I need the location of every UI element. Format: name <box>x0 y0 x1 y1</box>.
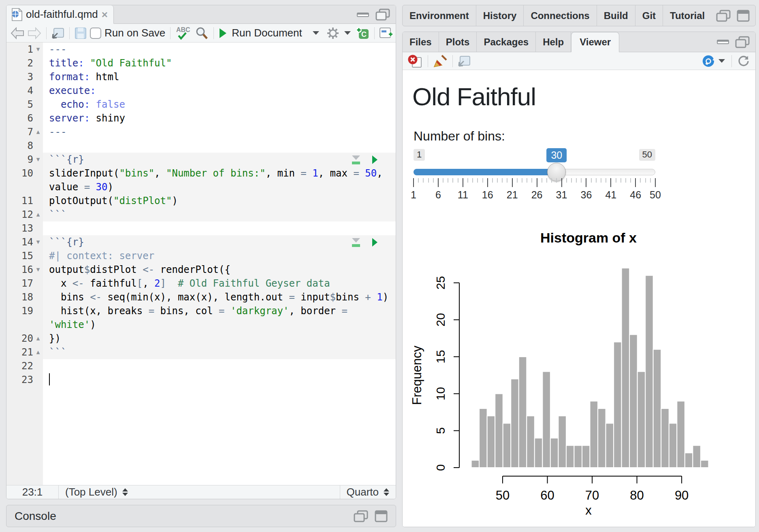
console-pane[interactable]: Console <box>6 505 396 527</box>
editor-row[interactable]: 13 <box>6 221 396 235</box>
code-line[interactable] <box>43 359 396 373</box>
tab-connections[interactable]: Connections <box>524 5 597 26</box>
code-line[interactable]: ``` <box>43 345 396 359</box>
console-restore-icon[interactable] <box>354 510 368 522</box>
fold-down-icon[interactable]: ▾ <box>33 43 43 56</box>
find-icon[interactable] <box>193 26 210 40</box>
editor-row[interactable]: 11plotOutput("distPlot") <box>6 194 396 208</box>
tab-help[interactable]: Help <box>536 32 571 52</box>
code-line[interactable]: x <- faithful[, 2] # Old Faithful Geyser… <box>43 277 396 290</box>
code-line[interactable]: server: shiny <box>43 111 396 125</box>
tab-packages[interactable]: Packages <box>477 32 536 52</box>
code-line[interactable]: --- <box>43 125 396 139</box>
editor-row[interactable]: 2title: "Old Faithful" <box>6 56 396 70</box>
editor-row[interactable]: 10sliderInput("bins", "Number of bins:",… <box>6 166 396 180</box>
editor-row[interactable]: 16▾output$distPlot <- renderPlot({ <box>6 263 396 277</box>
run-chunks-above-icon[interactable] <box>352 238 360 247</box>
fold-down-icon[interactable]: ▾ <box>33 263 43 277</box>
tab-viewer[interactable]: Viewer <box>571 32 619 52</box>
tab-history[interactable]: History <box>476 5 524 26</box>
viewer-maximize-icon[interactable] <box>735 36 750 48</box>
code-line[interactable]: ```{r} <box>43 235 396 249</box>
run-document-button[interactable]: Run Document <box>217 27 303 39</box>
forward-button[interactable] <box>26 27 43 39</box>
editor-row[interactable]: 1▾--- <box>6 43 396 56</box>
code-line[interactable]: hist(x, breaks = bins, col = 'darkgray',… <box>43 304 396 318</box>
code-line[interactable]: 'white') <box>43 318 396 332</box>
code-line[interactable] <box>43 221 396 235</box>
back-button[interactable] <box>9 27 26 39</box>
clear-viewer-broom-icon[interactable] <box>431 54 449 68</box>
env-maximize-icon[interactable] <box>737 10 750 22</box>
editor-row[interactable]: 22 <box>6 359 396 373</box>
fold-up-icon[interactable]: ▴ <box>33 332 43 345</box>
refresh-icon[interactable] <box>735 54 752 68</box>
code-line[interactable]: bins <- seq(min(x), max(x), length.out =… <box>43 290 396 304</box>
publish-icon[interactable] <box>700 54 717 68</box>
publish-caret-icon[interactable] <box>718 59 725 63</box>
maximize-pane-icon[interactable] <box>375 9 390 21</box>
code-line[interactable]: ```{r} <box>43 153 396 166</box>
fold-up-icon[interactable]: ▴ <box>33 208 43 221</box>
code-line[interactable]: --- <box>43 43 396 56</box>
editor-row[interactable]: 18 bins <- seq(min(x), max(x), length.ou… <box>6 290 396 304</box>
code-line[interactable]: ``` <box>43 208 396 221</box>
run-chunks-above-icon[interactable] <box>352 155 360 164</box>
run-chunk-icon[interactable] <box>372 155 378 164</box>
editor-row[interactable]: 4execute: <box>6 84 396 98</box>
editor-row[interactable]: 15#| context: server <box>6 249 396 263</box>
editor-row[interactable]: 5 echo: false <box>6 98 396 111</box>
tab-git[interactable]: Git <box>635 5 663 26</box>
fold-up-icon[interactable]: ▴ <box>33 345 43 359</box>
code-line[interactable] <box>43 373 396 387</box>
editor-row[interactable]: 14▾```{r} <box>6 235 396 249</box>
editor-row[interactable]: 20▴}) <box>6 332 396 345</box>
save-icon[interactable] <box>73 27 88 39</box>
code-editor[interactable]: 1▾---2title: "Old Faithful"3format: html… <box>6 43 396 485</box>
editor-row[interactable]: 8 <box>6 139 396 153</box>
minimize-pane-icon[interactable] <box>357 13 369 17</box>
editor-row[interactable]: 12▴``` <box>6 208 396 221</box>
code-line[interactable]: title: "Old Faithful" <box>43 56 396 70</box>
tab-environment[interactable]: Environment <box>403 5 476 26</box>
code-line[interactable] <box>43 139 396 153</box>
run-chunk-icon[interactable] <box>372 238 378 247</box>
viewer-popout-icon[interactable] <box>456 55 472 67</box>
code-line[interactable]: sliderInput("bins", "Number of bins:", m… <box>43 166 396 180</box>
viewer-minimize-icon[interactable] <box>717 40 729 44</box>
editor-row[interactable]: 'white') <box>6 318 396 332</box>
code-line[interactable]: value = 30) <box>43 180 396 194</box>
scope-selector[interactable]: (Top Level) <box>59 485 134 499</box>
open-new-window-icon[interactable] <box>50 27 66 39</box>
bins-slider[interactable]: 1 50 30 16111621263136414650 <box>414 147 655 204</box>
code-line[interactable]: echo: false <box>43 98 396 111</box>
editor-row[interactable]: value = 30) <box>6 180 396 194</box>
fold-down-icon[interactable]: ▾ <box>33 153 43 166</box>
tab-old-faithful-qmd[interactable]: old-faithful.qmd × <box>6 5 114 24</box>
editor-row[interactable]: 6server: shiny <box>6 111 396 125</box>
stop-app-icon[interactable] <box>406 54 424 68</box>
code-line[interactable]: execute: <box>43 84 396 98</box>
settings-gear-icon[interactable] <box>325 27 341 40</box>
insert-chunk-icon[interactable]: C <box>354 27 371 40</box>
editor-row[interactable]: 9▾```{r} <box>6 153 396 166</box>
tab-plots[interactable]: Plots <box>439 32 477 52</box>
console-maximize-icon[interactable] <box>375 510 388 522</box>
editor-row[interactable]: 17 x <- faithful[, 2] # Old Faithful Gey… <box>6 277 396 290</box>
compile-report-icon[interactable] <box>378 27 395 39</box>
env-restore-icon[interactable] <box>716 10 731 22</box>
settings-caret-icon[interactable] <box>344 31 351 35</box>
code-line[interactable]: plotOutput("distPlot") <box>43 194 396 208</box>
code-line[interactable]: #| context: server <box>43 249 396 263</box>
editor-row[interactable]: 21▴``` <box>6 345 396 359</box>
fold-up-icon[interactable]: ▴ <box>33 125 43 139</box>
tab-files[interactable]: Files <box>403 32 439 52</box>
tab-close-icon[interactable]: × <box>102 9 108 20</box>
fold-down-icon[interactable]: ▾ <box>33 235 43 249</box>
editor-row[interactable]: 7▴--- <box>6 125 396 139</box>
code-line[interactable]: format: html <box>43 70 396 84</box>
tab-tutorial[interactable]: Tutorial <box>663 5 712 26</box>
tab-build[interactable]: Build <box>597 5 635 26</box>
run-on-save-checkbox[interactable] <box>88 28 103 39</box>
language-mode-selector[interactable]: Quarto <box>340 485 396 499</box>
